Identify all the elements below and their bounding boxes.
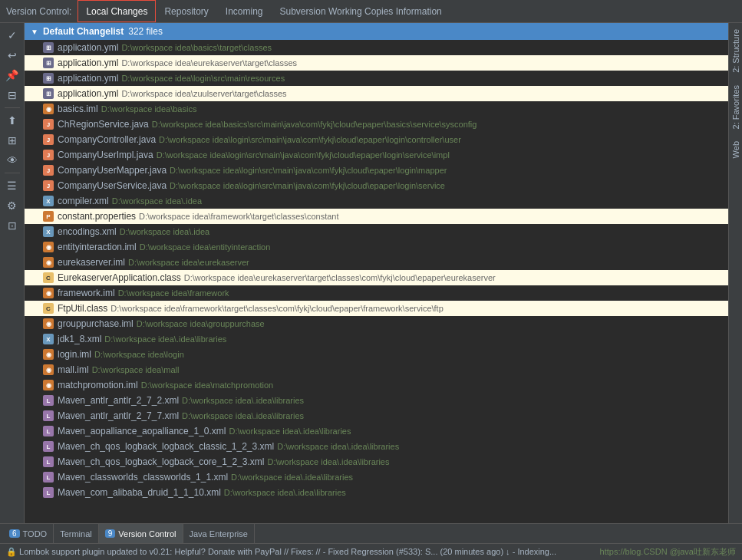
file-path: D:\workspace idea\.idea\libraries [231,473,353,482]
file-panel: ▼ Default Changelist 322 files ⊞applicat… [25,23,728,523]
lib-file-icon: L [43,410,54,421]
iml-file-icon: ◉ [43,288,54,298]
bottom-tab-terminal[interactable]: Terminal [54,524,99,543]
table-row[interactable]: ◉eurekaserver.imlD:\workspace idea\eurek… [25,255,728,270]
file-path: D:\workspace idea\login\src\main\resourc… [121,74,285,83]
table-row[interactable]: Xencodings.xmlD:\workspace idea\.idea [25,224,728,239]
bottom-tab-version-control[interactable]: 9 Version Control [99,524,183,543]
sidebar-tab-web[interactable]: Web [730,135,742,164]
bottom-tab-todo[interactable]: 6 TODO [3,524,54,543]
right-sidebar: 2: Structure 2: Favorites Web [728,23,742,523]
toolbar-divider-2 [5,173,20,173]
file-name: Maven_classworlds_classworlds_1_1.xml [58,472,228,483]
toolbar-divider-1 [5,107,20,108]
tab-repository[interactable]: Repository [156,0,216,22]
left-toolbar: ✓ ↩ 📌 ⊟ ⬆ ⊞ 👁 ☰ ⚙ ⊡ [0,23,25,523]
table-row[interactable]: LMaven_ch_qos_logback_logback_classic_1_… [25,439,728,454]
table-row[interactable]: ⊞application.ymlD:\workspace idea\basics… [25,40,728,55]
table-row[interactable]: ◉entityinteraction.imlD:\workspace idea\… [25,239,728,255]
table-row[interactable]: LMaven_classworlds_classworlds_1_1.xmlD:… [25,469,728,485]
table-row[interactable]: ◉login.imlD:\workspace idea\login [25,347,728,362]
file-path: D:\workspace idea\.idea [112,196,202,206]
status-bar: 🔒 Lombok support plugin updated to v0.21… [0,543,742,560]
file-path: D:\workspace idea\.idea [120,227,209,236]
version-control-label: Version Control: [6,6,71,17]
file-name: grouppurchase.iml [58,318,134,329]
sidebar-tab-favorites[interactable]: 2: Favorites [730,79,742,135]
list-button[interactable]: ☰ [3,176,21,195]
table-row[interactable]: ◉framework.imlD:\workspace idea\framewor… [25,285,728,301]
file-name: CompanyUserMapper.java [58,165,167,176]
table-row[interactable]: JCompanyUserImpl.javaD:\workspace idea\l… [25,147,728,163]
file-path: D:\workspace idea\eurekaserver\target\cl… [121,58,297,68]
table-row[interactable]: LMaven_antlr_antlr_2_7_2.xmlD:\workspace… [25,393,728,408]
file-name: FtpUtil.class [58,303,107,314]
file-path: D:\workspace idea\basics\target\classes [121,43,272,52]
pin-button[interactable]: 📌 [3,66,21,84]
xml-file-icon: X [43,226,54,237]
table-row[interactable]: ◉mall.imlD:\workspace idea\mall [25,362,728,377]
file-name: CompanyController.java [58,134,156,145]
bottom-tab-java-enterprise[interactable]: Java Enterprise [183,524,255,543]
tab-subversion[interactable]: Subversion Working Copies Information [272,0,450,22]
table-row[interactable]: CFtpUtil.classD:\workspace idea\framewor… [25,301,728,316]
file-path: D:\workspace idea\.idea\libraries [268,457,390,466]
tab-incoming[interactable]: Incoming [217,0,272,22]
iml-file-icon: ◉ [43,242,54,252]
check-button[interactable]: ✓ [3,26,21,44]
table-row[interactable]: JCompanyUserMapper.javaD:\workspace idea… [25,163,728,178]
file-path: D:\workspace idea\login [94,350,184,359]
table-row[interactable]: LMaven_antlr_antlr_2_7_7.xmlD:\workspace… [25,408,728,423]
table-row[interactable]: ⊞application.ymlD:\workspace idea\zuulse… [25,86,728,101]
table-row[interactable]: ⊞application.ymlD:\workspace idea\eureka… [25,55,728,71]
file-name: matchpromotion.iml [58,380,138,390]
diff-button[interactable]: ⊟ [3,86,21,104]
table-row[interactable]: Xcompiler.xmlD:\workspace idea\.idea [25,193,728,209]
table-row[interactable]: ◉matchpromotion.imlD:\workspace idea\mat… [25,377,728,393]
file-name: application.yml [58,58,118,68]
file-name: Maven_antlr_antlr_2_7_2.xml [58,395,179,406]
upload-button[interactable]: ⬆ [3,111,21,130]
collapse-button[interactable]: ⊡ [3,216,21,235]
class-file-icon: C [43,303,54,314]
table-row[interactable]: ◉basics.imlD:\workspace idea\basics [25,101,728,117]
file-name: Maven_antlr_antlr_2_7_7.xml [58,410,179,421]
table-row[interactable]: LMaven_com_alibaba_druid_1_1_10.xmlD:\wo… [25,485,728,500]
eye-button[interactable]: 👁 [3,151,21,170]
table-row[interactable]: LMaven_aopalliance_aopalliance_1_0.xmlD:… [25,423,728,439]
properties-file-icon: P [43,211,54,222]
table-row[interactable]: ⊞application.ymlD:\workspace idea\login\… [25,71,728,86]
vc-label: Version Control [118,529,176,539]
grouping-button[interactable]: ⊞ [3,131,21,150]
file-path: D:\workspace idea\.idea\libraries [229,427,351,436]
settings-button[interactable]: ⚙ [3,196,21,215]
class-file-icon: C [43,272,54,283]
file-path: D:\workspace idea\framework\target\class… [139,212,338,221]
sidebar-tab-structure[interactable]: 2: Structure [730,23,742,79]
file-name: application.yml [58,42,118,53]
file-name: mall.iml [58,364,89,375]
tab-local-changes[interactable]: Local Changes [77,0,156,22]
table-row[interactable]: JChRegionService.javaD:\workspace idea\b… [25,117,728,132]
table-row[interactable]: Xjdk1_8.xmlD:\workspace idea\.idea\libra… [25,331,728,347]
lib-file-icon: L [43,395,54,406]
file-path: D:\workspace idea\.idea\libraries [224,488,346,497]
rollback-button[interactable]: ↩ [3,46,21,64]
table-row[interactable]: Pconstant.propertiesD:\workspace idea\fr… [25,209,728,224]
table-row[interactable]: ◉grouppurchase.imlD:\workspace idea\grou… [25,316,728,331]
file-name: application.yml [58,88,118,99]
file-name: jdk1_8.xml [58,334,101,344]
table-row[interactable]: JCompanyController.javaD:\workspace idea… [25,132,728,147]
table-row[interactable]: LMaven_ch_qos_logback_logback_core_1_2_3… [25,454,728,469]
iml-file-icon: ◉ [43,380,54,390]
file-path: D:\workspace idea\framework\target\class… [110,304,443,313]
table-row[interactable]: CEurekaserverApplication.classD:\workspa… [25,270,728,285]
changelist-arrow: ▼ [31,28,38,36]
file-name: constant.properties [58,211,136,222]
changelist-header[interactable]: ▼ Default Changelist 322 files [25,23,728,40]
table-row[interactable]: JCompanyUserService.javaD:\workspace ide… [25,178,728,193]
vc-number: 9 [105,529,116,538]
file-name: basics.iml [58,104,98,114]
lib-file-icon: L [43,441,54,452]
file-path: D:\workspace idea\eurekaserver\target\cl… [184,273,496,282]
